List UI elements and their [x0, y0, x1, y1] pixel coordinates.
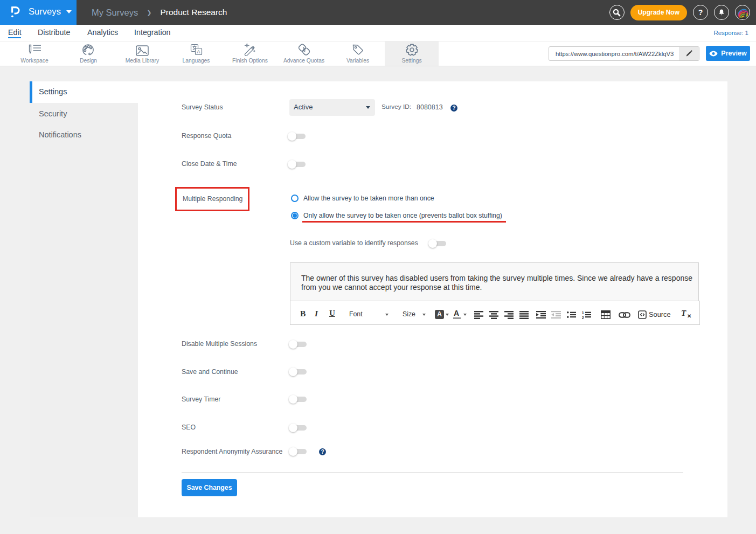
svg-text:A: A — [197, 48, 200, 54]
svg-text:2: 2 — [582, 316, 584, 319]
svg-text:1: 1 — [582, 311, 584, 315]
